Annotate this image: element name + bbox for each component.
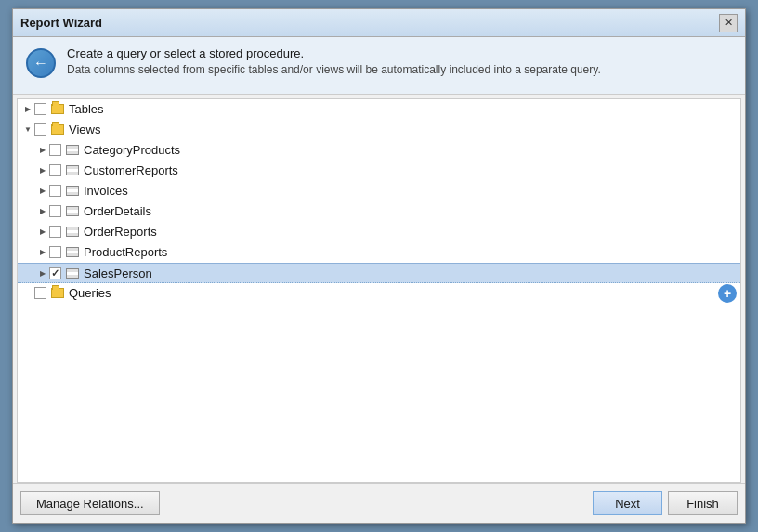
label-views: Views: [69, 123, 100, 136]
tree-item-salesperson[interactable]: SalesPerson: [18, 263, 740, 283]
tree-item-orderdetails[interactable]: OrderDetails: [18, 201, 740, 222]
table-icon-orderdetails: [65, 205, 80, 218]
table-icon-salesperson: [65, 266, 80, 279]
close-button[interactable]: ✕: [719, 14, 738, 32]
checkbox-views[interactable]: [34, 123, 46, 136]
table-icon-customerreports: [65, 164, 80, 177]
expand-arrow-productreports[interactable]: [36, 246, 49, 259]
header-text: Create a query or select a stored proced…: [67, 46, 601, 76]
table-icon-invoices: [65, 185, 80, 198]
label-invoices: Invoices: [84, 184, 128, 198]
dialog-title: Report Wizard: [20, 16, 102, 30]
footer: Manage Relations... Next Finish: [13, 483, 745, 523]
folder-icon-tables: [50, 103, 65, 116]
report-wizard-dialog: Report Wizard ✕ ← Create a query or sele…: [12, 8, 746, 524]
expand-arrow-salesperson[interactable]: [36, 266, 49, 279]
finish-button[interactable]: Finish: [668, 491, 738, 515]
checkbox-orderreports[interactable]: [49, 226, 61, 238]
label-customerreports: CustomerReports: [84, 163, 178, 177]
label-orderdetails: OrderDetails: [84, 204, 151, 218]
header-line2: Data columns selected from specific tabl…: [67, 63, 601, 76]
checkbox-orderdetails[interactable]: [49, 205, 61, 217]
tree-item-categoryproducts[interactable]: CategoryProducts: [18, 140, 740, 161]
table-icon-categoryproducts: [65, 144, 80, 157]
add-query-button[interactable]: +: [718, 284, 737, 303]
checkbox-customerreports[interactable]: [49, 164, 61, 176]
back-icon[interactable]: ←: [26, 48, 56, 78]
tree-item-orderreports[interactable]: OrderReports: [18, 222, 740, 242]
expand-arrow-categoryproducts[interactable]: [36, 144, 49, 157]
checkbox-salesperson[interactable]: [49, 267, 61, 279]
title-bar: Report Wizard ✕: [13, 9, 745, 37]
header-line1: Create a query or select a stored proced…: [67, 46, 601, 60]
label-salesperson: SalesPerson: [84, 266, 152, 280]
checkbox-invoices[interactable]: [49, 185, 61, 197]
tree-item-tables[interactable]: Tables: [18, 99, 740, 120]
expand-arrow-orderreports[interactable]: [36, 226, 49, 239]
manage-relations-button[interactable]: Manage Relations...: [20, 491, 160, 515]
checkbox-tables[interactable]: [34, 103, 46, 115]
tree-item-invoices[interactable]: Invoices: [18, 181, 740, 201]
header-section: ← Create a query or select a stored proc…: [13, 37, 745, 95]
tree-item-queries[interactable]: Queries +: [18, 283, 740, 304]
label-orderreports: OrderReports: [84, 225, 157, 239]
tree-area: Tables Views CategoryProducts CustomerRe…: [17, 98, 741, 483]
expand-arrow-invoices[interactable]: [36, 185, 49, 198]
checkbox-queries[interactable]: [34, 287, 46, 299]
expand-arrow-orderdetails[interactable]: [36, 205, 49, 218]
table-icon-orderreports: [65, 226, 80, 239]
label-productreports: ProductReports: [84, 245, 167, 259]
table-icon-productreports: [65, 246, 80, 259]
folder-icon-views: [50, 123, 65, 136]
tree-item-productreports[interactable]: ProductReports: [18, 242, 740, 263]
checkbox-productreports[interactable]: [49, 246, 61, 258]
tree-item-customerreports[interactable]: CustomerReports: [18, 161, 740, 181]
label-tables: Tables: [69, 102, 104, 116]
folder-icon-queries: [50, 287, 65, 300]
footer-left: Manage Relations...: [20, 491, 160, 515]
next-button[interactable]: Next: [593, 491, 662, 515]
expand-arrow-tables[interactable]: [21, 103, 34, 116]
tree-item-views[interactable]: Views: [18, 120, 740, 140]
expand-arrow-customerreports[interactable]: [36, 164, 49, 177]
expand-arrow-views[interactable]: [21, 123, 34, 136]
label-categoryproducts: CategoryProducts: [84, 143, 180, 157]
checkbox-categoryproducts[interactable]: [49, 144, 61, 156]
label-queries: Queries: [69, 286, 718, 300]
footer-right: Next Finish: [593, 491, 738, 515]
